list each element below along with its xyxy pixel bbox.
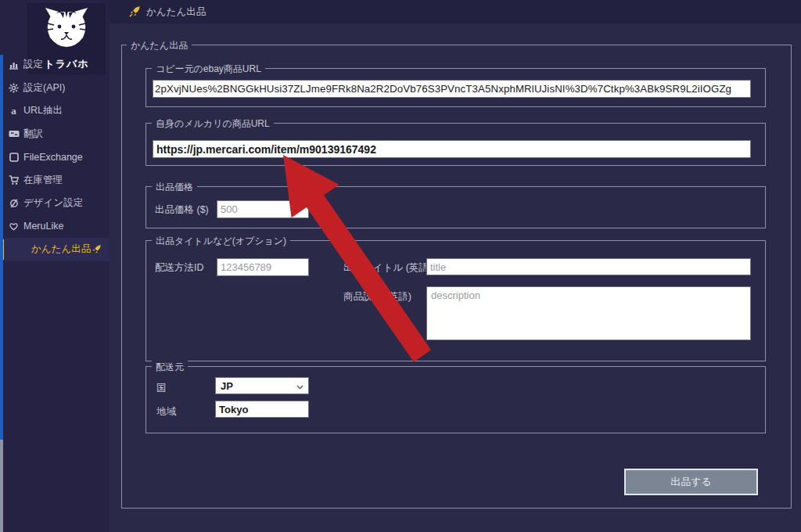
sidebar-item-label: 設定(API) — [23, 81, 65, 95]
bar-chart-icon — [8, 59, 20, 70]
price-input[interactable] — [217, 200, 309, 218]
translate-icon — [8, 128, 20, 139]
ebay-url-input[interactable] — [153, 80, 751, 98]
mercari-url-input[interactable] — [153, 140, 751, 158]
listing-title-input[interactable] — [426, 258, 751, 275]
listing-title-label: 出品タイトル (英語) — [343, 261, 432, 275]
panel-legend: かんたん出品 — [127, 39, 192, 52]
cart-icon — [8, 174, 20, 185]
price-label: 出品価格 ($) — [155, 203, 209, 217]
sidebar-item-settings-api[interactable]: 設定(API) — [0, 77, 110, 100]
sidebar-item-label: 設定 — [23, 58, 43, 71]
country-select-value: JP — [221, 380, 233, 392]
submit-listing-button[interactable]: 出品する — [624, 469, 758, 495]
options-legend: 出品タイトルなど(オプション) — [152, 235, 290, 248]
rocket-icon — [128, 5, 141, 18]
design-icon — [8, 198, 20, 209]
origin-legend: 配送元 — [152, 361, 188, 374]
topbar: かんたん出品 — [110, 0, 801, 23]
price-legend: 出品価格 — [152, 181, 197, 194]
scrollbar-track[interactable] — [0, 55, 3, 440]
country-label: 国 — [156, 382, 167, 395]
ebay-url-group: コピー元のebay商品URL — [145, 68, 766, 107]
ebay-url-legend: コピー元のebay商品URL — [152, 63, 265, 76]
description-label: 商品説明 (英語) — [343, 290, 411, 304]
sidebar-item-label: 在庫管理 — [23, 174, 63, 187]
mercari-url-group: 自身のメルカリの商品URL — [145, 123, 766, 166]
letter-a-icon: a — [8, 106, 20, 117]
sidebar-item-label: FileExchange — [23, 152, 83, 163]
tiger-logo-icon — [41, 5, 92, 50]
sidebar-item-inventory[interactable]: 在庫管理 — [0, 169, 110, 192]
sidebar-item-label: URL抽出 — [23, 104, 63, 117]
description-textarea[interactable] — [426, 286, 751, 340]
easy-listing-panel: かんたん出品 コピー元のebay商品URL 自身のメルカリの商品URL 出品価格… — [121, 45, 792, 509]
heart-icon — [8, 221, 20, 232]
chevron-down-icon — [296, 380, 304, 392]
sidebar-item-easy-listing[interactable]: かんたん出品 — [0, 238, 110, 261]
sidebar: トラバホ 設定 設定(API) a URL抽出 翻訳 — [0, 0, 110, 532]
sidebar-item-fileexchange[interactable]: FileExchange — [0, 146, 110, 169]
sidebar-item-design-settings[interactable]: デザイン設定 — [0, 192, 110, 215]
region-label: 地域 — [156, 405, 176, 419]
sidebar-item-url-extract[interactable]: a URL抽出 — [0, 99, 110, 123]
shipping-id-label: 配送方法ID — [155, 261, 204, 275]
options-group: 出品タイトルなど(オプション) 配送方法ID 出品タイトル (英語) 商品説明 … — [145, 240, 766, 361]
region-input[interactable] — [215, 401, 309, 418]
origin-group: 配送元 国 JP 地域 — [145, 366, 766, 433]
page-title: かんたん出品 — [146, 5, 206, 19]
sidebar-item-label: デザイン設定 — [23, 196, 83, 210]
sidebar-item-merulike[interactable]: MeruLike — [0, 215, 110, 239]
scrollbar-thumb[interactable] — [0, 440, 3, 532]
gear-icon — [8, 82, 20, 93]
file-icon — [8, 152, 20, 163]
sidebar-item-settings[interactable]: 設定 — [0, 53, 110, 77]
shipping-id-input[interactable] — [217, 258, 309, 276]
sidebar-item-label: 翻訳 — [23, 128, 43, 141]
mercari-url-legend: 自身のメルカリの商品URL — [152, 117, 274, 131]
sidebar-item-label: MeruLike — [23, 221, 63, 232]
country-select[interactable]: JP — [215, 377, 309, 394]
sidebar-item-label: かんたん出品 — [31, 243, 91, 256]
sidebar-menu: 設定 設定(API) a URL抽出 翻訳 FileExchange — [0, 53, 110, 261]
sidebar-item-translate[interactable]: 翻訳 — [0, 123, 110, 146]
rocket-icon — [91, 244, 102, 257]
price-group: 出品価格 出品価格 ($) — [145, 186, 766, 228]
